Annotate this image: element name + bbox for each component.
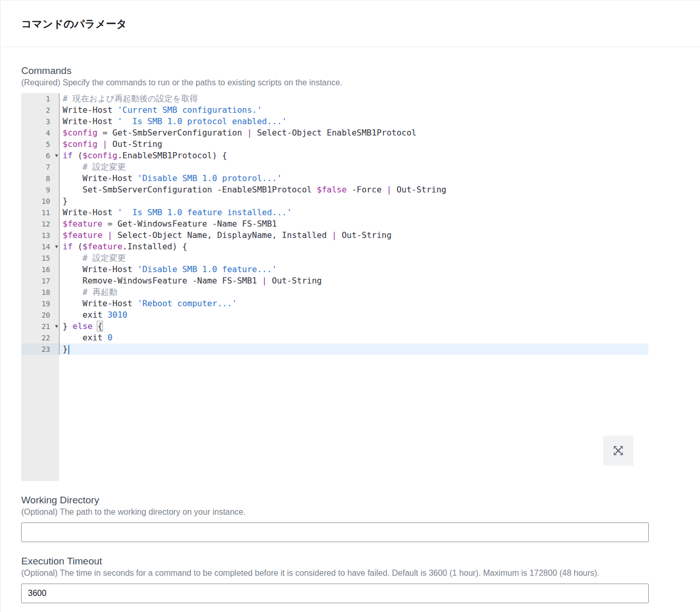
line-number: 15: [21, 252, 59, 264]
execution-timeout-description: (Optional) The time in seconds for a com…: [21, 569, 679, 578]
line-number: 22: [21, 332, 59, 344]
line-number: 14▾: [21, 241, 59, 252]
code-line[interactable]: Write-Host 'Current SMB configurations.': [59, 105, 648, 116]
line-number: 21▾: [21, 321, 59, 332]
code-line[interactable]: exit 0: [59, 332, 648, 344]
commands-label: Commands: [21, 65, 679, 77]
code-line[interactable]: if ($config.EnableSMB1Protocol) {: [59, 150, 648, 161]
code-line[interactable]: Write-Host ' Is SMB 1.0 protocol enabled…: [59, 116, 648, 127]
code-line[interactable]: Remove-WindowsFeature -Name FS-SMB1 | Ou…: [59, 275, 648, 287]
code-line[interactable]: exit 3010: [59, 309, 648, 321]
fold-toggle-icon[interactable]: ▾: [55, 241, 58, 252]
code-line[interactable]: } else {: [59, 321, 648, 332]
execution-timeout-input[interactable]: [21, 584, 649, 603]
commands-code-editor[interactable]: 123456▾7891011121314▾15161718192021▾2223…: [21, 93, 649, 481]
line-number: 20: [21, 309, 59, 321]
panel-header: コマンドのパラメータ: [1, 1, 700, 47]
line-number: 2: [21, 105, 59, 116]
line-number: 10: [21, 196, 59, 207]
text-cursor: [68, 345, 69, 354]
working-directory-input[interactable]: [21, 523, 649, 542]
fold-toggle-icon[interactable]: ▾: [55, 321, 58, 332]
panel-body: Commands (Required) Specify the commands…: [1, 47, 700, 603]
code-line[interactable]: Write-Host 'Disable SMB 1.0 protorol...': [59, 173, 648, 184]
line-number: 19: [21, 298, 59, 309]
working-directory-field: Working Directory (Optional) The path to…: [21, 495, 679, 542]
working-directory-label: Working Directory: [21, 495, 679, 506]
line-number: 7: [21, 161, 59, 173]
commands-field: Commands (Required) Specify the commands…: [21, 65, 679, 481]
line-number: 1: [21, 93, 59, 105]
command-parameters-panel: コマンドのパラメータ Commands (Required) Specify t…: [0, 0, 700, 612]
code-line[interactable]: # 設定変更: [59, 161, 648, 173]
commands-description: (Required) Specify the commands to run o…: [21, 78, 679, 87]
line-number: 9: [21, 184, 59, 196]
line-number: 16: [21, 264, 59, 275]
code-line[interactable]: # 現在および再起動後の設定を取得: [59, 93, 648, 105]
execution-timeout-label: Execution Timeout: [21, 556, 679, 567]
fold-toggle-icon[interactable]: ▾: [55, 150, 58, 161]
code-line[interactable]: $feature | Select-Object Name, DisplayNa…: [59, 230, 648, 241]
line-number: 23: [21, 344, 59, 355]
line-number: 13: [21, 230, 59, 241]
code-line[interactable]: Set-SmbServerConfiguration -EnableSMB1Pr…: [59, 184, 648, 196]
line-number: 8: [21, 173, 59, 184]
code-line[interactable]: $config | Out-String: [59, 139, 648, 150]
editor-gutter: 123456▾7891011121314▾15161718192021▾2223: [21, 93, 59, 481]
line-number: 11: [21, 207, 59, 218]
code-line[interactable]: # 設定変更: [59, 252, 648, 264]
code-line[interactable]: # 再起動: [59, 287, 648, 298]
code-line[interactable]: Write-Host 'Reboot computer...': [59, 298, 648, 309]
line-number: 6▾: [21, 150, 59, 161]
code-line[interactable]: Write-Host 'Disable SMB 1.0 feature...': [59, 264, 648, 275]
page-title: コマンドのパラメータ: [21, 17, 679, 31]
line-number: 3: [21, 116, 59, 127]
code-line[interactable]: if ($feature.Installed) {: [59, 241, 648, 252]
working-directory-description: (Optional) The path to the working direc…: [21, 507, 679, 517]
expand-icon: [612, 444, 625, 457]
line-number: 12: [21, 218, 59, 230]
expand-editor-button[interactable]: [603, 436, 633, 466]
line-number: 4: [21, 127, 59, 139]
line-number: 5: [21, 139, 59, 150]
line-number: 17: [21, 275, 59, 287]
code-line[interactable]: $config = Get-SmbServerConfiguration | S…: [59, 127, 648, 139]
code-line[interactable]: }: [59, 196, 648, 207]
editor-code-lines[interactable]: # 現在および再起動後の設定を取得Write-Host 'Current SMB…: [59, 93, 648, 355]
execution-timeout-field: Execution Timeout (Optional) The time in…: [21, 556, 679, 603]
code-line[interactable]: Write-Host ' Is SMB 1.0 feature installe…: [59, 207, 648, 218]
code-line[interactable]: }: [59, 344, 648, 355]
line-number: 18: [21, 287, 59, 298]
code-line[interactable]: $feature = Get-WindowsFeature -Name FS-S…: [59, 218, 648, 230]
